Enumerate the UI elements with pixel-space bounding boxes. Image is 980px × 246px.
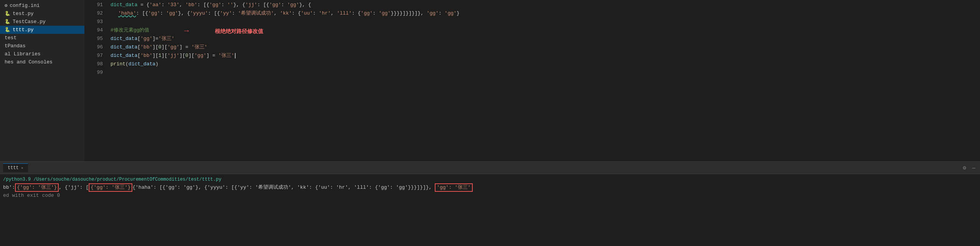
line-num-93: 93 — [84, 18, 103, 26]
output-spacer — [432, 183, 435, 192]
sidebar-item-testcase-py[interactable]: 🐍 TestCase.py — [0, 18, 84, 26]
code-line-96: dict_data['bb'][0]['gg'] = '张三' — [107, 43, 976, 52]
output-prefix: bb': — [3, 183, 15, 192]
code-line-92: 'haha': [{'gg': 'gg'}, {'yyyu': [{'yy': … — [107, 9, 976, 18]
panel-tab-close[interactable]: ✕ — [21, 166, 23, 170]
panel-tab-label: tttt — [8, 165, 19, 171]
highlighted-box-3: 'gg': '张三' — [435, 183, 472, 192]
line-num-95: 95 — [84, 35, 103, 43]
editor-container: 91 92 93 94 95 96 97 98 99 dict_data = {… — [84, 0, 980, 161]
sidebar-item-test-py[interactable]: 🐍 test.py — [0, 10, 84, 18]
python-icon: 🐍 — [5, 11, 10, 17]
code-line-91: dict_data = {'aa': '33', 'bb': [{'gg': '… — [107, 1, 976, 9]
code-line-98: print(dict_data) — [107, 60, 976, 68]
main-area: ⚙ config.ini 🐍 test.py 🐍 TestCase.py 🐍 t… — [0, 0, 980, 161]
panel-tab-tttt[interactable]: tttt ✕ — [3, 163, 28, 172]
minimize-button[interactable]: — — [971, 164, 977, 172]
sidebar-item-label: config.ini — [10, 3, 40, 8]
bottom-panel: tttt ✕ ⚙ — /python3.9 /Users/souche/daso… — [0, 161, 980, 246]
config-icon: ⚙ — [5, 3, 7, 8]
sidebar-item-label: hes and Consoles — [5, 59, 53, 65]
minimap — [976, 0, 980, 161]
panel-tabs: tttt ✕ ⚙ — — [0, 162, 980, 174]
code-line-95: dict_data['gg']='张三' — [107, 35, 976, 43]
line-num-98: 98 — [84, 60, 103, 68]
sidebar-item-tpandas[interactable]: tPandas — [0, 42, 84, 50]
line-num-96: 96 — [84, 43, 103, 52]
python-icon: 🐍 — [5, 27, 10, 33]
line-num-91: 91 — [84, 1, 103, 9]
sidebar-item-label: tPandas — [5, 43, 26, 49]
arrow-icon: → — [184, 27, 189, 35]
sidebar-item-test[interactable]: test — [0, 34, 84, 42]
gear-button[interactable]: ⚙ — [961, 164, 967, 172]
console-output-line: bb': {'gg': '张三'} , {'jj': [ {'gg': '张三'… — [3, 183, 977, 192]
output-middle: , {'jj': [ — [59, 183, 89, 192]
sidebar: ⚙ config.ini 🐍 test.py 🐍 TestCase.py 🐍 t… — [0, 0, 84, 161]
console-content: /python3.9 /Users/souche/dasouche/produc… — [0, 174, 980, 246]
code-line-93 — [107, 18, 976, 26]
console-run-path: /python3.9 /Users/souche/dasouche/produc… — [3, 176, 977, 183]
python-icon: 🐍 — [5, 19, 10, 25]
line-num-94: 94 — [84, 26, 103, 35]
line-num-99: 99 — [84, 68, 103, 77]
panel-toolbar: ⚙ — — [961, 164, 977, 172]
line-num-92: 92 — [84, 9, 103, 18]
line-num-97: 97 — [84, 52, 103, 60]
highlighted-box-1: {'gg': '张三'} — [15, 183, 59, 192]
sidebar-item-al-libraries[interactable]: al Libraries — [0, 50, 84, 58]
sidebar-item-label: TestCase.py — [13, 19, 46, 25]
output-after: {'haha': [{'gg': 'gg'}, {'yyyu': [{'yy':… — [132, 183, 432, 192]
code-line-99 — [107, 68, 976, 77]
exit-message: ed with exit code 0 — [3, 192, 60, 199]
code-line-97: dict_data['bb'][1]['jj'][0]['gg'] = '张三' — [107, 52, 976, 60]
sidebar-item-label: al Libraries — [5, 51, 41, 57]
code-line-94: #修改元素gg的值 → 根绝绝对路径修改值 — [107, 26, 976, 35]
text-cursor — [235, 53, 236, 58]
sidebar-item-hes-consoles[interactable]: hes and Consoles — [0, 58, 84, 66]
code-area: 91 92 93 94 95 96 97 98 99 dict_data = {… — [84, 0, 980, 161]
highlighted-box-2: {'gg': '张三'} — [89, 183, 132, 192]
line-numbers: 91 92 93 94 95 96 97 98 99 — [84, 0, 107, 161]
annotation-text: 根绝绝对路径修改值 — [215, 27, 263, 35]
sidebar-item-tttt-py[interactable]: 🐍 tttt.py — [0, 26, 84, 34]
sidebar-item-label: test.py — [13, 11, 34, 17]
console-exit-line: ed with exit code 0 — [3, 192, 977, 199]
sidebar-item-label: tttt.py — [13, 27, 34, 33]
run-path-text: /python3.9 /Users/souche/dasouche/produc… — [3, 176, 221, 183]
sidebar-item-label: test — [5, 35, 16, 41]
sidebar-item-config-ini[interactable]: ⚙ config.ini — [0, 2, 84, 10]
code-lines[interactable]: dict_data = {'aa': '33', 'bb': [{'gg': '… — [107, 0, 976, 161]
